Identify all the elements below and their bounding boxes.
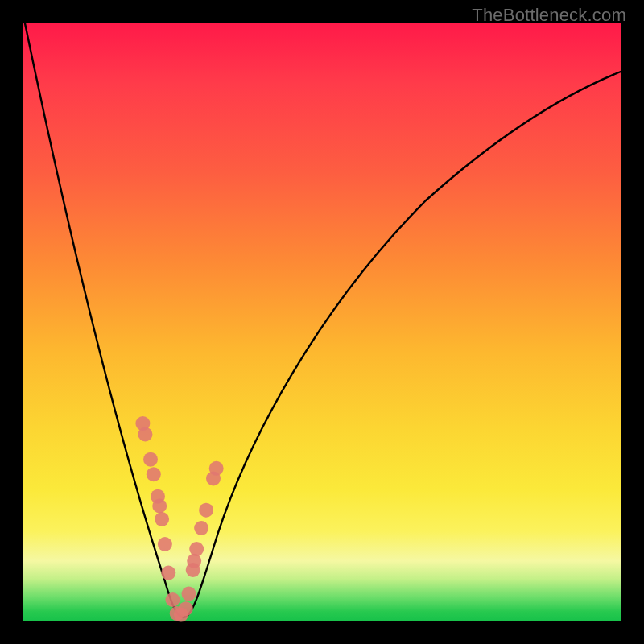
marker-point <box>206 471 221 485</box>
marker-point <box>179 601 193 616</box>
marker-point <box>161 566 175 580</box>
marker-point <box>147 467 161 481</box>
marker-point <box>152 499 167 514</box>
marker-point <box>143 452 158 467</box>
chart-svg <box>23 23 621 621</box>
marker-point <box>194 521 208 535</box>
bottleneck-curve <box>25 23 621 617</box>
marker-point <box>158 537 172 551</box>
marker-point <box>182 587 196 601</box>
marker-point <box>135 416 150 431</box>
marker-points-group <box>135 416 223 622</box>
marker-point <box>199 503 213 518</box>
plot-area <box>23 23 621 621</box>
marker-point <box>209 461 224 476</box>
marker-point <box>170 606 184 621</box>
marker-point <box>155 512 169 526</box>
marker-point <box>138 427 152 442</box>
marker-point <box>186 563 200 577</box>
marker-point <box>166 592 180 607</box>
marker-point <box>189 542 204 556</box>
marker-point <box>187 554 201 568</box>
marker-point <box>151 489 165 504</box>
chart-container: TheBottleneck.com <box>0 0 644 644</box>
marker-point <box>174 608 188 622</box>
